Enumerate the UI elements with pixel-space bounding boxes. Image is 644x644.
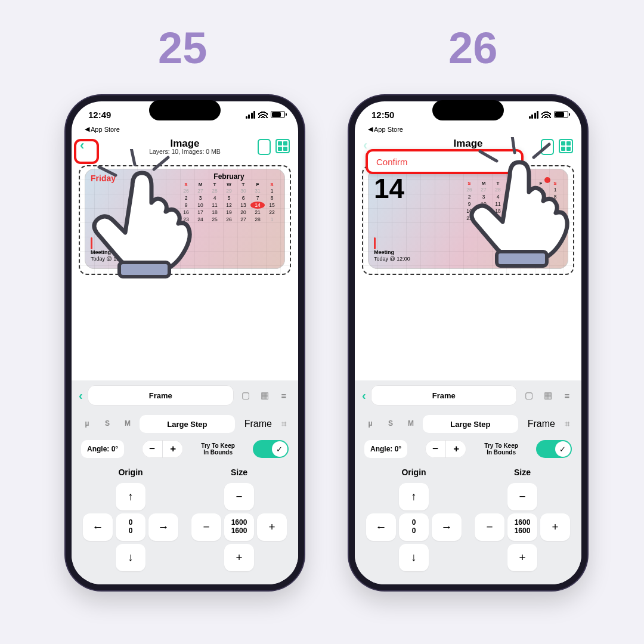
svg-line-0 <box>131 149 135 165</box>
origin-label: Origin <box>80 467 181 477</box>
cellular-icon <box>246 111 256 119</box>
step-small[interactable]: S <box>382 415 399 432</box>
angle-plus[interactable]: + <box>446 440 466 458</box>
step-large[interactable]: Large Step <box>140 415 235 433</box>
toggle-knob: ✓ <box>555 441 571 457</box>
tab-frame[interactable]: Frame <box>88 385 234 405</box>
size-value[interactable]: 16001600 <box>507 513 537 541</box>
step-medium[interactable]: M <box>119 415 136 432</box>
image-icon[interactable]: ▢ <box>522 388 536 402</box>
size-pad: Size − − 16001600 + + <box>188 467 290 571</box>
angle-button[interactable]: Angle: 0° <box>364 440 407 458</box>
keep-in-bounds-toggle[interactable]: ✓ <box>253 440 289 458</box>
size-label: Size <box>472 467 573 477</box>
svg-rect-7 <box>497 252 547 266</box>
tap-hand-icon <box>78 149 209 286</box>
svg-line-6 <box>480 151 497 161</box>
header-title: Image <box>170 138 199 149</box>
size-width-minus[interactable]: − <box>191 513 221 541</box>
dynamic-island <box>149 100 221 120</box>
origin-down[interactable]: ↓ <box>116 544 145 571</box>
size-width-plus[interactable]: + <box>257 513 287 541</box>
angle-minus[interactable]: − <box>142 440 162 458</box>
origin-right[interactable]: → <box>432 513 462 541</box>
toggle-knob: ✓ <box>272 441 287 457</box>
step-small[interactable]: S <box>99 415 116 432</box>
keep-in-bounds-label: Try To KeepIn Bounds <box>484 442 518 456</box>
origin-left[interactable]: ← <box>83 513 113 541</box>
grid-icon[interactable] <box>275 139 290 153</box>
sliders-icon[interactable]: ≡ <box>277 388 291 402</box>
angle-minus[interactable]: − <box>425 440 445 458</box>
svg-rect-3 <box>119 262 169 277</box>
keep-in-bounds-toggle[interactable]: ✓ <box>536 440 572 458</box>
phone-frame-26: 12:50 ◀ App Store ‹ Image Layers: 10, Im… <box>349 95 587 590</box>
step-medium[interactable]: M <box>402 415 419 432</box>
size-pad: Size − − 16001600 + + <box>472 467 573 571</box>
angle-plus[interactable]: + <box>163 440 183 458</box>
svg-line-1 <box>154 157 168 169</box>
frame-mode-button[interactable]: Frame <box>528 419 555 429</box>
keep-in-bounds-label: Try To KeepIn Bounds <box>201 442 235 456</box>
phone-frame-25: 12:49 ◀ App Store ‹ Image Layers: 10, Im… <box>66 95 304 590</box>
chevron-left-icon: ◀ <box>368 125 373 133</box>
crop-icon[interactable]: ⌗ <box>277 417 291 431</box>
status-time: 12:49 <box>88 110 111 120</box>
size-height-plus[interactable]: + <box>224 544 254 571</box>
origin-down[interactable]: ↓ <box>399 544 429 571</box>
panel-back-button[interactable]: ‹ <box>362 389 366 402</box>
checker-icon[interactable]: ▦ <box>258 388 272 402</box>
sliders-icon[interactable]: ≡ <box>560 388 574 402</box>
step-micro[interactable]: µ <box>362 415 379 432</box>
wifi-icon <box>258 111 268 118</box>
wifi-icon <box>541 111 551 118</box>
back-to-appstore-label: App Store <box>91 126 120 133</box>
svg-line-5 <box>534 144 549 157</box>
svg-line-4 <box>512 137 515 153</box>
step-number-25: 25 <box>158 23 207 73</box>
checker-icon[interactable]: ▦ <box>541 388 555 402</box>
size-height-minus[interactable]: − <box>507 483 537 510</box>
controls-panel: ‹ Frame ▢ ▦ ≡ µ S M Large Step Frame ⌗ <box>355 380 581 584</box>
tab-frame[interactable]: Frame <box>371 385 517 405</box>
confirm-label: Confirm <box>376 157 408 167</box>
chevron-left-icon: ◀ <box>85 125 89 133</box>
status-icons <box>246 111 286 119</box>
status-icons <box>529 111 569 119</box>
angle-button[interactable]: Angle: 0° <box>81 440 124 458</box>
angle-stepper[interactable]: − + <box>142 440 183 458</box>
phone-screen-26: 12:50 ◀ App Store ‹ Image Layers: 10, Im… <box>355 101 581 584</box>
tutorial-stage: 25 26 12:49 ◀ App Store ‹ Image <box>0 0 644 644</box>
tap-hand-icon <box>450 137 581 286</box>
origin-value[interactable]: 00 <box>116 513 145 541</box>
back-to-appstore[interactable]: ◀ App Store <box>72 125 298 133</box>
step-micro[interactable]: µ <box>79 415 95 432</box>
origin-left[interactable]: ← <box>366 513 396 541</box>
back-to-appstore[interactable]: ◀ App Store <box>355 125 581 133</box>
status-time: 12:50 <box>371 110 394 120</box>
step-large[interactable]: Large Step <box>423 415 518 433</box>
image-icon[interactable]: ▢ <box>239 388 253 402</box>
dynamic-island <box>432 100 504 120</box>
battery-icon <box>554 111 568 118</box>
phone-screen-25: 12:49 ◀ App Store ‹ Image Layers: 10, Im… <box>72 101 298 584</box>
controls-panel: ‹ Frame ▢ ▦ ≡ µ S M Large Step Frame ⌗ <box>72 380 298 584</box>
size-width-minus[interactable]: − <box>475 513 504 541</box>
origin-right[interactable]: → <box>148 513 178 541</box>
size-value[interactable]: 16001600 <box>224 513 254 541</box>
origin-value[interactable]: 00 <box>399 513 429 541</box>
frame-mode-button[interactable]: Frame <box>244 419 272 429</box>
origin-up[interactable]: ↑ <box>399 483 429 510</box>
panel-back-button[interactable]: ‹ <box>79 389 83 402</box>
angle-stepper[interactable]: − + <box>425 440 466 458</box>
size-width-plus[interactable]: + <box>540 513 570 541</box>
svg-line-2 <box>99 167 116 175</box>
origin-up[interactable]: ↑ <box>116 483 145 510</box>
size-height-plus[interactable]: + <box>507 544 537 571</box>
device-preview-icon[interactable] <box>258 139 271 155</box>
size-height-minus[interactable]: − <box>224 483 254 510</box>
size-label: Size <box>188 467 290 477</box>
crop-icon[interactable]: ⌗ <box>560 417 574 431</box>
step-number-26: 26 <box>448 23 497 73</box>
cellular-icon <box>529 111 539 119</box>
